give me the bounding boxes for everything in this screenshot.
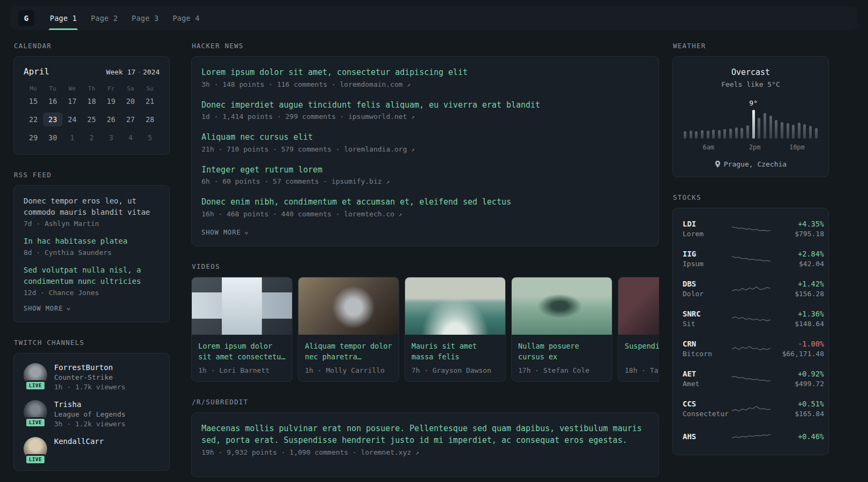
avatar: LIVE (24, 437, 47, 461)
hackernews-item-link[interactable]: Lorem ipsum dolor sit amet, consectetur … (201, 66, 649, 79)
video-card[interactable]: Suspendisse diam18h · Tara (618, 277, 659, 382)
video-meta: 7h · Grayson Dawson (405, 363, 505, 381)
video-title-link[interactable]: Lorem ipsum dolor sit amet consectetu… (192, 335, 292, 363)
stock-sparkline (732, 282, 770, 296)
stock-symbol: AET (683, 370, 732, 378)
rss-item-link[interactable]: Donec tempor eros leo, ut commodo mauris… (24, 195, 160, 218)
weather-location-row: Prague, Czechia (683, 160, 819, 168)
calendar-day: 18 (82, 94, 101, 108)
video-card[interactable]: Nullam posuere cursus ex17h · Stefan Col… (511, 277, 612, 382)
hackernews-item-stats: 1d · 1,414 points · 299 comments · (201, 112, 348, 120)
video-title-link[interactable]: Nullam posuere cursus ex (512, 335, 612, 363)
stock-name: Sit (683, 320, 732, 328)
channel-name[interactable]: Trisha (54, 400, 125, 409)
page-tabs: Page 1Page 2Page 3Page 4 (43, 6, 207, 30)
rss-item-meta: 7d · Ashlyn Martin (24, 220, 160, 228)
weather-hour-bar (809, 126, 812, 139)
channel-name[interactable]: KendallCarr (54, 437, 104, 446)
stock-id: LDILorem (683, 220, 732, 238)
video-title-link[interactable]: Aliquam tempor dolor nec pharetra… (298, 335, 399, 363)
video-meta: 17h · Stefan Cole (512, 363, 612, 381)
rss-item-link[interactable]: Sed volutpat nulla nisl, a condimentum n… (24, 265, 160, 287)
calendar-day-header: Fr (101, 85, 121, 92)
hackernews-item-link[interactable]: Donec enim nibh, condimentum et accumsan… (201, 196, 649, 208)
weather-time-label: 2pm (749, 144, 761, 151)
hackernews-item: Integer eget rutrum lorem6h · 60 points … (201, 164, 649, 186)
calendar-week-number: Week 17 (106, 68, 136, 76)
twitch-channel[interactable]: LIVEForrestBurtonCounter-Strike1h · 1.7k… (24, 363, 160, 391)
video-thumbnail (298, 277, 399, 335)
stock-change: +1.42% (770, 280, 824, 288)
calendar-day: 22 (24, 112, 43, 126)
rss-item-link[interactable]: In hac habitasse platea (24, 236, 160, 247)
videos-widget-title: VIDEOS (192, 262, 659, 270)
weather-hour-bar (690, 131, 692, 139)
twitch-channel[interactable]: LIVETrishaLeague of Legends3h · 1.2k vie… (24, 400, 160, 428)
calendar-day-header: Th (82, 85, 101, 92)
calendar-card: April Week 17·2024 MoTuWeThFrSaSu 151617… (13, 56, 170, 155)
calendar-day: 24 (63, 112, 82, 126)
rss-widget: RSS FEED Donec tempor eros leo, ut commo… (13, 171, 170, 322)
rss-show-more-button[interactable]: SHOW MORE ⌄ (24, 305, 160, 312)
tab-page-3[interactable]: Page 3 (125, 6, 166, 30)
video-card[interactable]: Lorem ipsum dolor sit amet consectetu…1h… (191, 277, 293, 382)
calendar-days-grid: 1516171819202122232425262728293012345 (24, 94, 160, 145)
subreddit-item-link[interactable]: Maecenas mollis pulvinar erat non posuer… (201, 423, 649, 447)
app-logo[interactable]: G (18, 10, 34, 26)
hackernews-item-link[interactable]: Aliquam nec cursus elit (201, 131, 649, 144)
calendar-day: 17 (63, 94, 82, 108)
calendar-day-header: Sa (121, 85, 140, 92)
calendar-day: 27 (121, 112, 140, 126)
external-link-icon: ↗ (411, 146, 415, 153)
calendar-day-header: Mo (24, 85, 43, 92)
hackernews-item-domain-link[interactable]: loremtech.co ↗ (344, 210, 402, 218)
calendar-day: 19 (101, 94, 121, 108)
stock-id: CRNBitcorn (683, 340, 732, 358)
stock-name: Lorem (683, 230, 732, 238)
rss-show-more-label: SHOW MORE (24, 305, 63, 312)
hackernews-item: Lorem ipsum dolor sit amet, consectetur … (201, 66, 649, 88)
hackernews-item-link[interactable]: Donec imperdiet augue tincidunt felis al… (201, 99, 649, 111)
weather-widget-title: WEATHER (673, 42, 829, 50)
video-title-link[interactable]: Suspendisse diam (618, 335, 659, 363)
stock-symbol: CCS (683, 400, 732, 408)
tab-page-4[interactable]: Page 4 (166, 6, 206, 30)
hackernews-list: Lorem ipsum dolor sit amet, consectetur … (201, 66, 649, 218)
external-link-icon: ↗ (399, 211, 402, 218)
rss-item: Sed volutpat nulla nisl, a condimentum n… (24, 265, 160, 297)
hackernews-item-domain-link[interactable]: ipsumworld.net ↗ (348, 112, 415, 120)
hackernews-item-link[interactable]: Integer eget rutrum lorem (201, 164, 649, 176)
tab-page-2[interactable]: Page 2 (84, 6, 124, 30)
stock-symbol: CRN (683, 340, 732, 348)
stock-id: DBSDolor (683, 280, 732, 298)
video-title-link[interactable]: Mauris sit amet massa felis (405, 335, 505, 363)
hackernews-show-more-button[interactable]: SHOW MORE ⌄ (201, 229, 649, 236)
calendar-day-selected: 23 (43, 112, 62, 126)
hackernews-item-domain-link[interactable]: loremdomain.com ↗ (340, 80, 410, 88)
calendar-day: 30 (43, 131, 62, 145)
calendar-day: 21 (140, 94, 160, 108)
weather-time-axis: 6am2pm10pm (683, 144, 819, 152)
avatar: LIVE (24, 363, 47, 387)
hackernews-item: Donec enim nibh, condimentum et accumsan… (201, 196, 649, 218)
weather-current-hour-bar: 9° (752, 110, 755, 139)
video-card[interactable]: Mauris sit amet massa felis7h · Grayson … (405, 277, 506, 382)
channel-viewers: 1h · 1.7k viewers (54, 383, 125, 391)
video-card[interactable]: Aliquam tempor dolor nec pharetra…1h · M… (298, 277, 399, 382)
twitch-widget: TWITCH CHANNELS LIVEForrestBurtonCounter… (13, 338, 170, 471)
subreddit-card: Maecenas mollis pulvinar erat non posuer… (191, 412, 659, 477)
tab-page-1[interactable]: Page 1 (43, 6, 84, 30)
hackernews-item-domain-link[interactable]: ipsumify.biz ↗ (332, 177, 390, 185)
channel-name[interactable]: ForrestBurton (54, 363, 125, 372)
stock-symbol: AHS (683, 432, 732, 441)
calendar-week: Week 17·2024 (106, 68, 160, 76)
stock-name: Consectetur (683, 410, 732, 418)
hackernews-item-domain-link[interactable]: loremlandia.org ↗ (344, 145, 415, 153)
stock-row: CRNBitcorn-1.00%$66,171.48 (683, 334, 819, 364)
stock-price: $156.28 (770, 290, 824, 298)
stock-quote: +0.46% (770, 432, 824, 441)
subreddit-item-domain-link[interactable]: loremnet.xyz ↗ (361, 448, 418, 456)
video-thumbnail (405, 277, 505, 335)
twitch-channel[interactable]: LIVEKendallCarr (24, 437, 160, 461)
stock-change: +4.35% (770, 220, 824, 228)
